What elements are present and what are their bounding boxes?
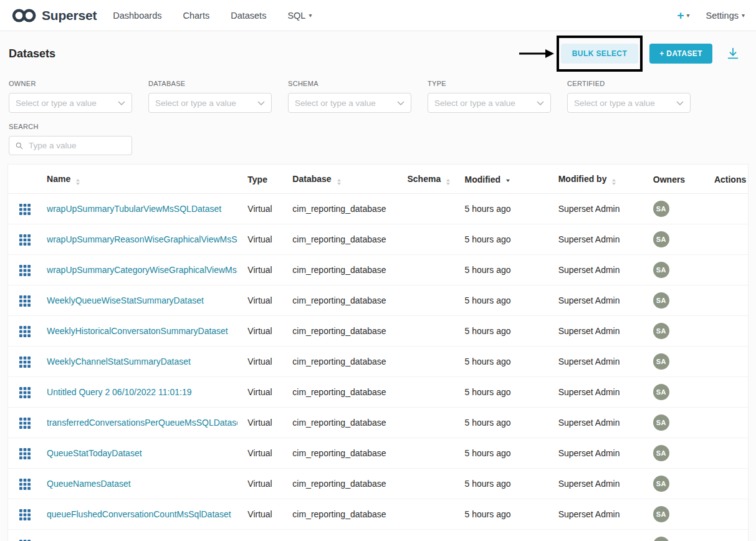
column-header-type: Type bbox=[242, 165, 287, 194]
owner-avatar: SA bbox=[653, 231, 669, 247]
actions-cell bbox=[709, 194, 748, 224]
settings-menu[interactable]: Settings ▾ bbox=[706, 11, 745, 21]
nav-item-charts[interactable]: Charts bbox=[183, 11, 209, 21]
dataset-type-cell: Virtual bbox=[242, 469, 287, 499]
owner-avatar: SA bbox=[653, 262, 669, 278]
search-label: SEARCH bbox=[9, 123, 747, 130]
dataset-database-cell: cim_reporting_database bbox=[287, 255, 402, 285]
column-header-modified[interactable]: Modified bbox=[460, 165, 553, 194]
search-input[interactable] bbox=[27, 140, 126, 151]
dataset-grid-icon bbox=[19, 204, 31, 215]
dataset-database-cell: cim_reporting_database bbox=[287, 469, 402, 499]
filter-database: DATABASE Select or type a value bbox=[148, 80, 272, 113]
plus-icon: + bbox=[677, 9, 684, 21]
dataset-schema-cell bbox=[402, 438, 459, 469]
dataset-modified-cell: 5 hours ago bbox=[460, 408, 553, 438]
dataset-modified-cell: 5 hours ago bbox=[460, 194, 553, 224]
actions-cell bbox=[709, 499, 748, 530]
filter-label: TYPE bbox=[428, 80, 551, 87]
datasets-table-card: Name Type Database Schema Modified bbox=[7, 164, 749, 541]
dataset-modified-by-cell: Superset Admin bbox=[553, 469, 648, 499]
dataset-type-cell: Virtual bbox=[242, 285, 287, 316]
dataset-database-cell: cim_reporting_database bbox=[287, 194, 402, 224]
dataset-modified-by-cell: Superset Admin bbox=[553, 530, 648, 541]
column-header-database[interactable]: Database bbox=[287, 165, 402, 194]
column-header-icon bbox=[8, 165, 42, 194]
actions-cell bbox=[709, 438, 748, 469]
actions-cell bbox=[709, 377, 748, 408]
bulk-select-button[interactable]: BULK SELECT bbox=[561, 44, 638, 64]
dataset-name-link[interactable]: QueueNamesDataset bbox=[47, 479, 237, 489]
dataset-modified-by-cell: Superset Admin bbox=[553, 408, 648, 438]
table-row: WeeklyChannelStatSummaryDataset Virtual … bbox=[8, 347, 748, 377]
owner-avatar: SA bbox=[653, 353, 669, 370]
search-icon bbox=[15, 141, 24, 150]
dataset-modified-cell: 5 hours ago bbox=[460, 499, 553, 530]
dataset-name-link[interactable]: transferredConversationsPerQueueMsSQLDat… bbox=[47, 418, 237, 428]
owner-avatar: SA bbox=[653, 384, 669, 400]
search-field[interactable] bbox=[9, 136, 132, 155]
chevron-down-icon bbox=[397, 101, 404, 105]
sort-icon bbox=[446, 179, 450, 185]
chevron-down-icon bbox=[676, 101, 684, 105]
dataset-modified-cell: 5 hours ago bbox=[460, 255, 553, 285]
superset-logo[interactable]: Superset bbox=[11, 7, 97, 24]
export-datasets-button[interactable] bbox=[726, 47, 740, 60]
dataset-type-cell: Virtual bbox=[242, 255, 287, 285]
nav-item-dashboards[interactable]: Dashboards bbox=[113, 11, 161, 21]
chevron-down-icon bbox=[118, 101, 125, 105]
chevron-down-icon: ▾ bbox=[309, 12, 312, 19]
dataset-name-link[interactable]: WeeklyHistoricalConversatonSummaryDatase… bbox=[47, 326, 237, 336]
select-placeholder: Select or type a value bbox=[295, 98, 397, 108]
owner-avatar: SA bbox=[653, 323, 669, 339]
dataset-modified-by-cell: Superset Admin bbox=[553, 316, 648, 347]
table-row: wrapUpSummaryCategoryWiseGraphicalViewMs… bbox=[8, 255, 748, 285]
dataset-schema-cell bbox=[402, 347, 459, 377]
column-header-modified-by[interactable]: Modified by bbox=[553, 165, 648, 194]
dataset-schema-cell bbox=[402, 224, 459, 255]
certified-filter-select[interactable]: Select or type a value bbox=[567, 93, 691, 113]
nav-item-datasets[interactable]: Datasets bbox=[231, 11, 266, 21]
dataset-grid-icon bbox=[19, 326, 31, 337]
nav-item-sql[interactable]: SQL ▾ bbox=[287, 11, 312, 21]
dataset-grid-icon bbox=[19, 357, 31, 368]
column-header-owners: Owners bbox=[648, 165, 709, 194]
new-item-menu[interactable]: + ▾ bbox=[677, 9, 689, 21]
dataset-name-link[interactable]: wrapUpSummaryReasonWiseGraphicalViewMsSQ… bbox=[47, 234, 237, 244]
dataset-name-link[interactable]: wrapUpSummaryTubularViewMsSQLDataset bbox=[47, 204, 237, 214]
settings-label: Settings bbox=[706, 11, 739, 21]
dataset-grid-icon bbox=[19, 265, 31, 276]
nav-right: + ▾ Settings ▾ bbox=[677, 9, 745, 21]
column-header-schema[interactable]: Schema bbox=[402, 165, 459, 194]
header-actions: BULK SELECT + DATASET bbox=[561, 44, 744, 64]
dataset-name-link[interactable]: WeeklyQueueWiseStatSummaryDataset bbox=[47, 295, 237, 305]
brand-name: Superset bbox=[42, 8, 97, 23]
actions-cell bbox=[709, 469, 748, 499]
dataset-name-link[interactable]: queueFlushedConversationCountMsSqlDatase… bbox=[47, 509, 237, 519]
dataset-modified-by-cell: Superset Admin bbox=[553, 224, 648, 255]
dataset-name-link[interactable]: QueueStatTodayDataset bbox=[47, 448, 237, 458]
dataset-type-cell: Virtual bbox=[242, 530, 287, 541]
dataset-schema-cell bbox=[402, 469, 459, 499]
dataset-modified-by-cell: Superset Admin bbox=[553, 255, 648, 285]
table-row: wrapUpSummaryTubularViewMsSQLDataset Vir… bbox=[8, 194, 748, 224]
type-filter-select[interactable]: Select or type a value bbox=[428, 93, 551, 113]
table-row: WeeklyHistoricalConversatonSummaryDatase… bbox=[8, 316, 748, 347]
dataset-modified-by-cell: Superset Admin bbox=[553, 438, 648, 469]
column-header-name[interactable]: Name bbox=[42, 165, 242, 194]
owner-filter-select[interactable]: Select or type a value bbox=[9, 93, 132, 113]
table-row: WeeklyQueueWiseStatSummaryDataset Virtua… bbox=[8, 285, 748, 316]
dataset-grid-icon bbox=[19, 509, 31, 520]
dataset-database-cell: cim_reporting_database bbox=[287, 316, 402, 347]
search-section: SEARCH bbox=[0, 113, 756, 155]
database-filter-select[interactable]: Select or type a value bbox=[148, 93, 272, 113]
dataset-name-link[interactable]: Untitled Query 2 06/10/2022 11:01:19 bbox=[47, 387, 237, 397]
schema-filter-select[interactable]: Select or type a value bbox=[288, 93, 411, 113]
dataset-modified-cell: 5 hours ago bbox=[460, 285, 553, 316]
dataset-name-link[interactable]: WeeklyChannelStatSummaryDataset bbox=[47, 357, 237, 366]
sort-icon bbox=[337, 179, 341, 185]
filter-label: CERTIFIED bbox=[567, 80, 691, 87]
dataset-name-link[interactable]: wrapUpSummaryCategoryWiseGraphicalViewMs… bbox=[47, 265, 237, 275]
add-dataset-button[interactable]: + DATASET bbox=[649, 44, 712, 64]
table-row: Query Data For Conversational Detail Vir… bbox=[8, 530, 748, 541]
